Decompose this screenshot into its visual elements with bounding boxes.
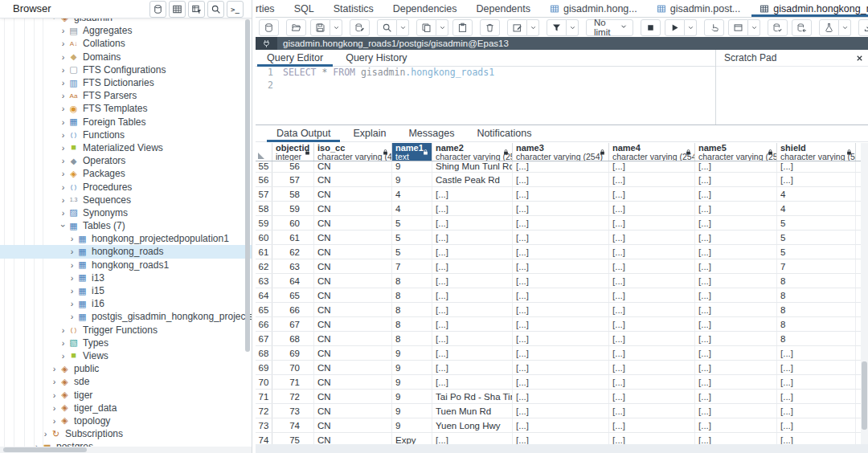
- tree-item-views[interactable]: ›■Views: [0, 349, 252, 362]
- tree-item-tiger[interactable]: ›◈tiger: [0, 388, 252, 401]
- expand-right-icon[interactable]: ›: [41, 430, 50, 438]
- cell-name3[interactable]: [...]: [513, 216, 609, 230]
- tree-item-foreign-tables[interactable]: ›▦Foreign Tables: [0, 116, 252, 129]
- commit-button[interactable]: [768, 19, 788, 36]
- expand-right-icon[interactable]: ›: [68, 247, 76, 255]
- cell-name4[interactable]: [...]: [609, 317, 695, 331]
- cell-name4[interactable]: [...]: [609, 332, 695, 345]
- tab-notifications[interactable]: Notifications: [465, 125, 542, 141]
- column-header-shield[interactable]: shieldcharacter varying (50): [777, 143, 856, 161]
- sidebar-vertical-scrollbar[interactable]: [245, 19, 250, 352]
- expand-right-icon[interactable]: ›: [59, 66, 68, 74]
- row-number[interactable]: 67: [256, 332, 272, 345]
- cell-shield[interactable]: [...]: [777, 346, 856, 360]
- cell-name3[interactable]: [...]: [513, 231, 609, 244]
- cell-iso_cc[interactable]: CN: [314, 202, 392, 215]
- row-number[interactable]: 69: [256, 361, 272, 374]
- cell-objectid[interactable]: 60: [272, 216, 314, 230]
- expand-right-icon[interactable]: ›: [59, 27, 68, 35]
- cell-name1[interactable]: 7: [392, 259, 432, 273]
- cell-objectid[interactable]: 58: [272, 187, 314, 201]
- cell-name3[interactable]: [...]: [513, 332, 609, 345]
- cell-name4[interactable]: [...]: [609, 361, 695, 374]
- tree-item-sequences[interactable]: ›1.3Sequences: [0, 194, 252, 206]
- cell-name1[interactable]: 5: [392, 245, 432, 259]
- cell-name5[interactable]: [...]: [695, 187, 777, 201]
- psql-tool-button[interactable]: >_: [227, 1, 244, 18]
- cell-name4[interactable]: [...]: [609, 390, 695, 403]
- expand-right-icon[interactable]: ›: [50, 391, 59, 399]
- column-header-name3[interactable]: name3character varying (254): [513, 143, 609, 161]
- column-header-objectid[interactable]: objectidinteger: [272, 143, 314, 161]
- cell-name3[interactable]: [...]: [513, 361, 609, 374]
- expand-right-icon[interactable]: ›: [50, 378, 59, 386]
- cell-name3[interactable]: [...]: [513, 346, 609, 360]
- cell-objectid[interactable]: 65: [272, 288, 314, 302]
- cell-name3[interactable]: [...]: [513, 418, 609, 432]
- tab-dependents[interactable]: Dependents: [467, 0, 540, 17]
- cell-name1[interactable]: 8: [392, 332, 432, 345]
- tab-statistics[interactable]: Statistics: [324, 0, 383, 17]
- cell-name1[interactable]: 9: [392, 375, 432, 389]
- expand-right-icon[interactable]: ›: [59, 131, 68, 139]
- scrollbar-thumb[interactable]: [3, 447, 87, 452]
- cell-objectid[interactable]: 57: [272, 173, 314, 186]
- cell-name2[interactable]: [...]: [432, 216, 513, 230]
- cell-shield[interactable]: [...]: [777, 433, 856, 444]
- cell-objectid[interactable]: 72: [272, 390, 314, 403]
- tree-item-functions[interactable]: ›( )Functions: [0, 129, 252, 141]
- cell-name5[interactable]: [...]: [695, 274, 777, 288]
- tree-item-tiger-data[interactable]: ›◈tiger_data: [0, 402, 252, 414]
- cell-name4[interactable]: [...]: [609, 245, 695, 259]
- cell-iso_cc[interactable]: CN: [314, 245, 392, 259]
- cell-name3[interactable]: [...]: [513, 245, 609, 259]
- cell-shield[interactable]: [...]: [777, 404, 856, 418]
- cell-shield[interactable]: 8: [777, 303, 856, 316]
- cell-name2[interactable]: Yuen Long Hwy: [432, 418, 513, 432]
- cell-name1[interactable]: 9: [392, 173, 432, 186]
- row-number[interactable]: 56: [256, 173, 272, 186]
- cell-name2[interactable]: [...]: [432, 433, 513, 444]
- tree-item-hongkong-roads[interactable]: ›▦hongkong_roads: [0, 245, 252, 258]
- tree-item-postgres[interactable]: ›▆postgres: [0, 440, 252, 447]
- cell-iso_cc[interactable]: CN: [314, 346, 392, 360]
- tree-item-types[interactable]: ›▧Types: [0, 337, 252, 349]
- cell-name5[interactable]: [...]: [695, 303, 777, 316]
- cell-name2[interactable]: [...]: [432, 245, 513, 259]
- cell-name2[interactable]: Tai Po Rd - Sha Tin: [432, 390, 513, 403]
- cell-iso_cc[interactable]: CN: [314, 231, 392, 244]
- cell-name5[interactable]: [...]: [695, 404, 777, 418]
- tab-messages[interactable]: Messages: [397, 125, 465, 141]
- cell-name1[interactable]: 9: [392, 404, 432, 418]
- macro-button-options[interactable]: [839, 19, 851, 36]
- edit-button[interactable]: [507, 19, 527, 36]
- tree-item-synonyms[interactable]: ›▨Synonyms: [0, 206, 252, 219]
- cell-name1[interactable]: 9: [392, 418, 432, 432]
- cell-iso_cc[interactable]: CN: [314, 173, 392, 186]
- macro-button[interactable]: [819, 19, 839, 36]
- tree-item-domains[interactable]: ›◆Domains: [0, 51, 252, 63]
- cell-name2[interactable]: [...]: [432, 187, 513, 201]
- cell-name1[interactable]: 8: [392, 317, 432, 331]
- explain-analyze-button-options[interactable]: [748, 19, 760, 36]
- cell-objectid[interactable]: 62: [272, 245, 314, 259]
- tree-item-i16[interactable]: ›▦i16: [0, 297, 252, 310]
- filter-button[interactable]: [547, 19, 567, 36]
- cell-objectid[interactable]: 71: [272, 375, 314, 389]
- cell-name5[interactable]: [...]: [695, 202, 777, 215]
- tree-item-trigger-functions[interactable]: ›( )Trigger Functions: [0, 324, 252, 337]
- row-number[interactable]: 70: [256, 375, 272, 389]
- tree-item-postgis-gisadmin-hongkong-projectedpopulation1[interactable]: ›▦postgis_gisadmin_hongkong_projectedpop…: [0, 310, 252, 323]
- save-results-button[interactable]: [858, 19, 868, 36]
- cell-name1[interactable]: 8: [392, 288, 432, 302]
- edit-object-button[interactable]: [350, 19, 370, 36]
- cell-iso_cc[interactable]: CN: [314, 317, 392, 331]
- sql-editor[interactable]: 1SELECT * FROM gisadmin.hongkong_roads12: [256, 66, 715, 124]
- view-data-button[interactable]: [169, 1, 186, 18]
- cell-shield[interactable]: [...]: [777, 161, 856, 172]
- expand-right-icon[interactable]: ›: [59, 39, 68, 47]
- expand-right-icon[interactable]: ›: [68, 300, 76, 308]
- cell-name5[interactable]: [...]: [695, 361, 777, 374]
- cell-shield[interactable]: 7: [777, 259, 856, 273]
- tree-item-i13[interactable]: ›▦i13: [0, 271, 252, 284]
